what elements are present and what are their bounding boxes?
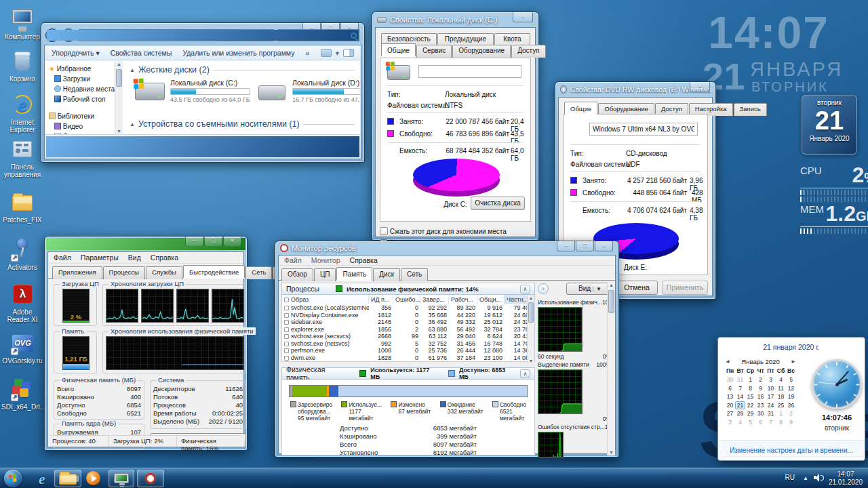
- menu-help[interactable]: Справка: [350, 256, 378, 264]
- process-checkbox[interactable]: [284, 313, 289, 318]
- process-checkbox[interactable]: [284, 342, 289, 346]
- expand-panel-button[interactable]: ›: [538, 283, 549, 294]
- tab-network[interactable]: Сеть: [401, 268, 428, 281]
- preview-pane-button[interactable]: [343, 49, 354, 57]
- change-view-button[interactable]: [321, 49, 332, 57]
- cpu-gadget[interactable]: CPU 2%: [800, 165, 868, 202]
- calendar-day[interactable]: 23: [755, 401, 766, 410]
- calendar-gadget[interactable]: вторник 21 Январь 2020: [802, 95, 857, 155]
- calendar-day[interactable]: 8: [776, 418, 786, 427]
- calendar-day[interactable]: 31: [735, 375, 745, 384]
- process-row[interactable]: dwm.exe1828061 97637 18423 10014 084: [282, 354, 534, 362]
- tab-networking[interactable]: Сеть: [245, 266, 272, 279]
- tray-volume-icon[interactable]: [814, 474, 823, 482]
- calendar-day[interactable]: 3: [766, 375, 776, 384]
- sidebar-item-favorites[interactable]: ★ Избранное: [49, 64, 115, 74]
- compress-checkbox[interactable]: [380, 227, 388, 235]
- close-button[interactable]: ×: [513, 12, 533, 22]
- compress-checkbox-row[interactable]: Сжать этот диск для экономии места: [380, 227, 531, 235]
- desktop-icon-recycle-bin[interactable]: Корзина: [1, 50, 43, 83]
- calendar-month-label[interactable]: Январь 2020: [730, 358, 791, 365]
- calendar-day[interactable]: 1: [745, 375, 755, 384]
- calendar-day[interactable]: 9: [755, 384, 766, 393]
- calendar-day[interactable]: 14: [735, 392, 745, 401]
- start-button[interactable]: [4, 470, 22, 487]
- calendar-day[interactable]: 25: [776, 401, 786, 410]
- menu-monitor[interactable]: Монитор: [311, 256, 340, 264]
- collapse-chevron[interactable]: ∧: [520, 369, 530, 378]
- tray-clock[interactable]: 14:0721.01.2020: [829, 470, 863, 487]
- process-checkbox[interactable]: [284, 327, 289, 332]
- process-checkbox[interactable]: [284, 334, 289, 339]
- process-row[interactable]: svchost.exe (LocalSystemNet...356092 292…: [282, 304, 534, 312]
- calendar-day[interactable]: 13: [725, 392, 735, 401]
- desktop-icon-sdi[interactable]: ↗SDI_x64_Dri...: [1, 378, 43, 411]
- calendar-day[interactable]: 17: [766, 392, 776, 401]
- processes-section-header[interactable]: Процессы Использование физической памяти…: [281, 283, 535, 295]
- calendar-day[interactable]: 1: [776, 409, 786, 418]
- minimize-button[interactable]: −: [185, 237, 203, 247]
- tab-tools[interactable]: Сервис: [416, 45, 452, 58]
- tab-services[interactable]: Службы: [146, 266, 182, 279]
- calendar-day[interactable]: 16: [755, 392, 766, 401]
- calendar-day[interactable]: 7: [766, 418, 776, 427]
- drive-c[interactable]: Локальный диск (C:) 43,5 ГБ свободно из …: [170, 79, 250, 103]
- calendar-day[interactable]: 2: [786, 409, 796, 418]
- tab-general[interactable]: Общие: [564, 102, 597, 115]
- minimize-button[interactable]: −: [557, 241, 575, 251]
- sidebar-item-recent[interactable]: Недавние места: [49, 84, 115, 94]
- calendar-day[interactable]: 29: [745, 409, 755, 418]
- calendar-day[interactable]: 11: [776, 384, 786, 393]
- cancel-button[interactable]: Отмена: [616, 281, 658, 295]
- process-checkbox[interactable]: [284, 348, 289, 353]
- calendar-day[interactable]: 4: [776, 375, 786, 384]
- tab-hardware[interactable]: Оборудование: [452, 45, 511, 58]
- tab-processes[interactable]: Процессы: [103, 266, 145, 279]
- drive-d[interactable]: Локальный диск (D:) 16,7 ГБ свободно из …: [292, 79, 360, 103]
- volume-label-input[interactable]: [589, 123, 698, 136]
- calendar-day[interactable]: 27: [725, 409, 735, 418]
- calendar-day[interactable]: 19: [786, 392, 796, 401]
- sidebar-scrollbar[interactable]: ▲▼: [115, 61, 123, 134]
- sidebar-item-video[interactable]: Видео: [49, 121, 115, 131]
- tab-sharing[interactable]: Доступ: [511, 45, 546, 58]
- organize-button[interactable]: Упорядочить ▾: [52, 49, 100, 57]
- group-header-removable[interactable]: ▲Устройства со съемными носителями (1): [130, 119, 355, 129]
- address-bar[interactable]: ▸Компьютер▸ ▾ ↻: [78, 29, 275, 41]
- calendar-day[interactable]: 31: [766, 409, 776, 418]
- taskbar-ie-button[interactable]: e: [33, 470, 52, 487]
- desktop-icon-internet-explorer[interactable]: eInternet Explorer: [1, 94, 43, 134]
- calendar-day[interactable]: 30: [755, 409, 766, 418]
- group-header-hard-disks[interactable]: ▲Жесткие диски (2): [130, 65, 355, 75]
- process-row[interactable]: svchost.exe (secsvcs)26689963 11229 0408…: [282, 333, 534, 340]
- volume-label-input[interactable]: [418, 65, 521, 78]
- taskbar-wmp-button[interactable]: [85, 471, 102, 486]
- desktop-icon-computer[interactable]: Компьютер: [1, 8, 43, 41]
- tab-cpu[interactable]: ЦП: [314, 268, 336, 281]
- calendar-day[interactable]: 7: [735, 384, 745, 393]
- disk-cleanup-button[interactable]: Очистка диска: [471, 197, 525, 210]
- tray-show-hidden-icon[interactable]: ▲: [803, 475, 808, 481]
- menu-file[interactable]: Файл: [284, 256, 302, 264]
- menu-view[interactable]: Вид: [128, 253, 141, 262]
- menu-options[interactable]: Параметры: [81, 253, 119, 262]
- calendar-day[interactable]: 21: [735, 401, 745, 410]
- calendar-day[interactable]: 22: [745, 401, 755, 410]
- maximize-button[interactable]: □: [204, 237, 222, 247]
- process-row[interactable]: perfmon.exe1008025 73626 44412 08014 364: [282, 347, 534, 354]
- select-all-checkbox[interactable]: [284, 298, 289, 302]
- calendar-day[interactable]: 9: [786, 418, 796, 427]
- collapse-chevron[interactable]: ∧: [520, 285, 530, 293]
- tab-disk[interactable]: Диск: [373, 268, 400, 281]
- calendar-day[interactable]: 12: [786, 384, 796, 393]
- tab-performance[interactable]: Быстродействие: [183, 265, 245, 278]
- tab-applications[interactable]: Приложения: [52, 266, 102, 279]
- calendar-day[interactable]: 2: [755, 375, 766, 384]
- calendar-day[interactable]: 30: [725, 375, 735, 384]
- calendar-day[interactable]: 10: [766, 384, 776, 393]
- desktop-icon-control-panel[interactable]: Панель управления: [1, 138, 43, 178]
- process-checkbox[interactable]: [284, 356, 289, 361]
- uninstall-button[interactable]: Удалить или изменить программу: [182, 49, 294, 57]
- calendar-day[interactable]: 28: [735, 409, 745, 418]
- calendar-next-button[interactable]: ►: [791, 359, 796, 365]
